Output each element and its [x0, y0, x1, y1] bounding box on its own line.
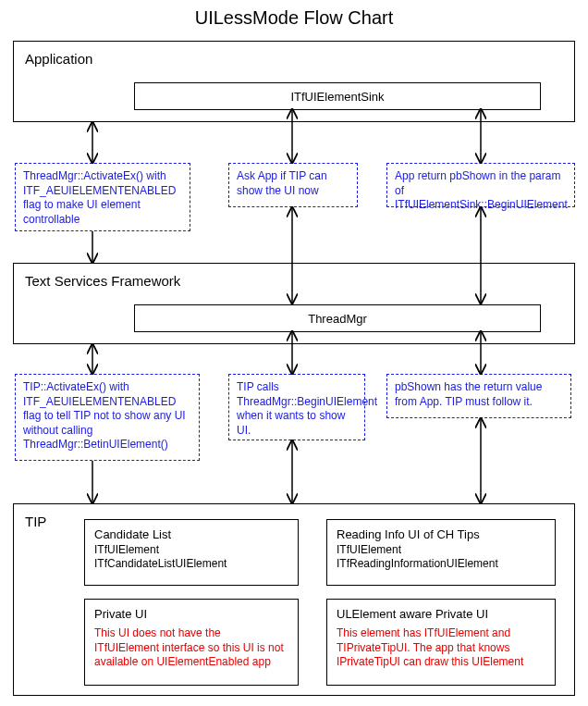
tip-card-aware: ULElement aware Private UI This element … — [326, 599, 556, 686]
tsf-box: Text Services Framework ThreadMgr — [13, 263, 575, 344]
diagram-canvas: UILessMode Flow Chart Application ITfUIE… — [0, 0, 588, 706]
dashed-mid-right: pbShown has the return value from App. T… — [386, 374, 571, 418]
tip-card-reading: Reading Info UI of CH Tips ITfUIElement … — [326, 519, 556, 586]
dashed-top-left: ThreadMgr::ActivateEx() with ITF_AEUIELE… — [15, 163, 190, 231]
application-inner-text: ITfUIElementSink — [290, 90, 384, 104]
card-note: This element has ITfUIElement and TIPriv… — [337, 626, 545, 670]
tsf-label: Text Services Framework — [25, 273, 180, 289]
card-sub: ITfUIElement — [94, 543, 288, 557]
card-title: Reading Info UI of CH Tips — [337, 527, 545, 541]
application-label: Application — [25, 51, 92, 67]
tip-label: TIP — [25, 514, 46, 529]
card-sub: ITfReadingInformationUIElement — [337, 557, 545, 571]
card-note: This UI does not have the ITfUIElement i… — [94, 626, 288, 670]
card-sub: ITfUIElement — [337, 543, 545, 557]
tip-card-candidate: Candidate List ITfUIElement ITfCandidate… — [84, 519, 299, 586]
application-box: Application ITfUIElementSink — [13, 41, 575, 122]
tip-card-private: Private UI This UI does not have the ITf… — [84, 599, 299, 686]
dashed-top-mid: Ask App if TIP can show the UI now — [228, 163, 358, 207]
dashed-top-right: App return pbShown in the param of ITfUI… — [386, 163, 575, 207]
tsf-inner-text: ThreadMgr — [308, 312, 367, 326]
tsf-inner-box: ThreadMgr — [134, 304, 541, 332]
application-inner-box: ITfUIElementSink — [134, 82, 541, 110]
card-title: ULElement aware Private UI — [337, 607, 545, 621]
dashed-mid-left: TIP::ActivateEx() with ITF_AEUIELEMENTEN… — [15, 374, 200, 461]
tip-box: TIP Candidate List ITfUIElement ITfCandi… — [13, 503, 575, 696]
card-title: Private UI — [94, 607, 288, 621]
card-sub: ITfCandidateListUIElement — [94, 557, 288, 571]
chart-title: UILessMode Flow Chart — [165, 7, 423, 29]
dashed-mid-mid: TIP calls ThreadMgr::BeginUIElement when… — [228, 374, 365, 440]
card-title: Candidate List — [94, 527, 288, 541]
